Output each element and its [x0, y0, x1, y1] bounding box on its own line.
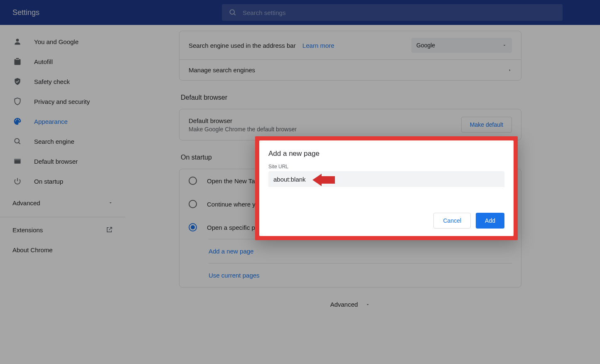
dialog-highlight-frame: Add a new page Site URL Cancel Add — [255, 136, 518, 240]
dialog-title: Add a new page — [268, 150, 504, 158]
dialog-input-label: Site URL — [268, 164, 504, 170]
add-button[interactable]: Add — [476, 213, 504, 229]
cancel-button[interactable]: Cancel — [433, 213, 471, 229]
site-url-input[interactable] — [268, 171, 504, 187]
add-page-dialog: Add a new page Site URL Cancel Add — [259, 140, 514, 236]
